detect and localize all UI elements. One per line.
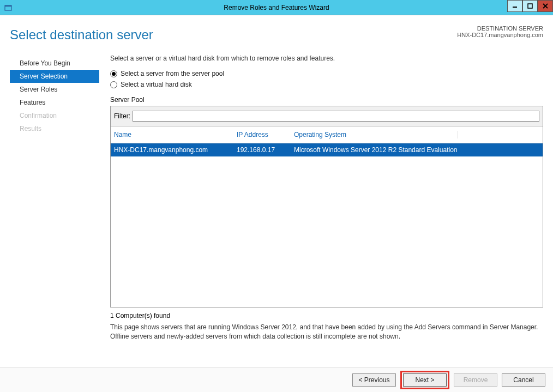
- table-row[interactable]: HNX-DC17.mangvanphong.com 192.168.0.17 M…: [111, 143, 543, 156]
- sidebar-item-before-you-begin[interactable]: Before You Begin: [10, 57, 99, 70]
- destination-info: DESTINATION SERVER HNX-DC17.mangvanphong…: [457, 25, 543, 38]
- maximize-button[interactable]: [522, 0, 538, 12]
- column-ip[interactable]: IP Address: [237, 131, 294, 138]
- next-highlight: Next >: [400, 371, 449, 389]
- server-pool-box: Filter: Name IP Address Operating System…: [110, 106, 543, 307]
- remove-button: Remove: [454, 373, 497, 387]
- radio-icon: [110, 81, 117, 88]
- page-note: This page shows servers that are running…: [110, 323, 543, 341]
- grid-header: Name IP Address Operating System: [111, 126, 543, 143]
- radio-icon: [110, 70, 117, 77]
- intro-text: Select a server or a virtual hard disk f…: [110, 55, 543, 62]
- cell-ip: 192.168.0.17: [237, 146, 294, 154]
- titlebar: Remove Roles and Features Wizard: [0, 0, 553, 15]
- column-os[interactable]: Operating System: [294, 131, 458, 138]
- close-button[interactable]: [538, 0, 553, 12]
- cancel-button[interactable]: Cancel: [502, 373, 545, 387]
- server-pool-label: Server Pool: [110, 96, 543, 104]
- destination-server: HNX-DC17.mangvanphong.com: [457, 32, 543, 38]
- radio-label: Select a virtual hard disk: [121, 81, 192, 88]
- sidebar-item-confirmation: Confirmation: [10, 109, 99, 122]
- column-name[interactable]: Name: [114, 131, 237, 138]
- sidebar-item-server-selection[interactable]: Server Selection: [10, 70, 99, 83]
- sidebar-item-server-roles[interactable]: Server Roles: [10, 83, 99, 96]
- wizard-footer: < Previous Next > Remove Cancel: [0, 367, 553, 392]
- svg-rect-3: [528, 4, 532, 8]
- computers-found: 1 Computer(s) found: [110, 312, 543, 319]
- window-title: Remove Roles and Features Wizard: [224, 4, 329, 11]
- cell-name: HNX-DC17.mangvanphong.com: [114, 146, 237, 154]
- cell-os: Microsoft Windows Server 2012 R2 Standar…: [294, 146, 539, 154]
- minimize-button[interactable]: [507, 0, 522, 12]
- radio-label: Select a server from the server pool: [121, 70, 224, 77]
- next-button[interactable]: Next >: [403, 373, 447, 387]
- radio-server-pool[interactable]: Select a server from the server pool: [110, 70, 543, 77]
- destination-label: DESTINATION SERVER: [457, 25, 543, 32]
- filter-label: Filter:: [114, 112, 130, 120]
- svg-rect-1: [5, 5, 11, 7]
- filter-input[interactable]: [133, 111, 539, 122]
- wizard-sidebar: Before You Begin Server Selection Server…: [10, 55, 99, 341]
- app-icon: [2, 2, 14, 14]
- filter-bar: Filter:: [111, 106, 543, 126]
- grid-body: HNX-DC17.mangvanphong.com 192.168.0.17 M…: [111, 143, 543, 307]
- column-padding: [458, 131, 539, 138]
- radio-virtual-hard-disk[interactable]: Select a virtual hard disk: [110, 81, 543, 88]
- previous-button[interactable]: < Previous: [352, 373, 396, 387]
- sidebar-item-results: Results: [10, 122, 99, 135]
- sidebar-item-features[interactable]: Features: [10, 96, 99, 109]
